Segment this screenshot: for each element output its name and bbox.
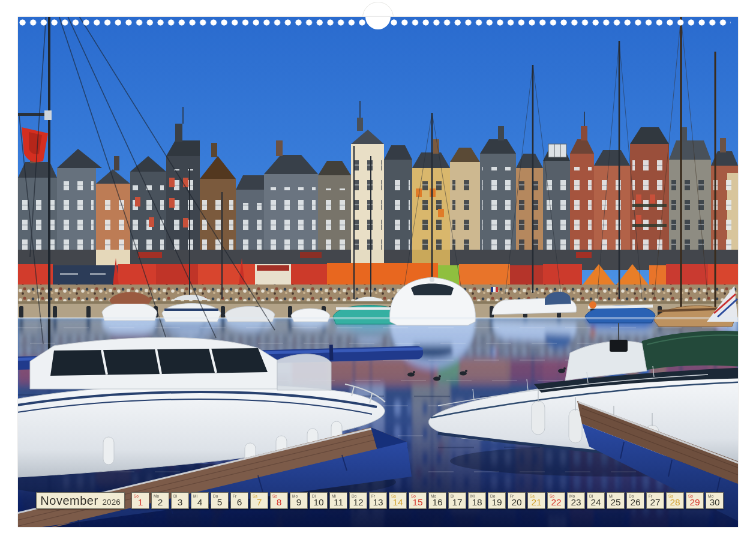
calendar-day-5: Do5 — [211, 492, 229, 509]
calendar-day-21: Sa21 — [527, 492, 545, 509]
calendar-day-6: Fr6 — [230, 492, 248, 509]
calendar-day-10: Di10 — [310, 492, 328, 509]
hanger-hole-arc — [361, 2, 395, 17]
calendar-day-15: So15 — [409, 492, 427, 509]
calendar-day-9: Mo9 — [290, 492, 308, 509]
calendar-day-25: Mi25 — [607, 492, 625, 509]
calendar-day-30: Mo30 — [706, 492, 724, 509]
calendar-day-20: Fr20 — [508, 492, 526, 509]
calendar-day-18: Mi18 — [468, 492, 486, 509]
calendar-days: So1Mo2Di3Mi4Do5Fr6Sa7So8Mo9Di10Mi11Do12F… — [131, 492, 724, 509]
calendar-day-8: So8 — [270, 492, 288, 509]
binding-holes — [19, 19, 731, 26]
calendar-day-24: Di24 — [587, 492, 605, 509]
calendar-day-1: So1 — [131, 492, 149, 509]
calendar-day-13: Fr13 — [369, 492, 387, 509]
calendar-day-19: Do19 — [488, 492, 506, 509]
year-label: 2026 — [103, 498, 121, 507]
calendar-day-11: Mi11 — [329, 492, 347, 509]
calendar-day-22: So22 — [547, 492, 565, 509]
calendar-day-3: Di3 — [171, 492, 189, 509]
calendar-day-29: So29 — [686, 492, 704, 509]
calendar-day-26: Do26 — [626, 492, 644, 509]
calendar-day-23: Mo23 — [567, 492, 585, 509]
calendar-day-17: Di17 — [448, 492, 466, 509]
harbor-photo — [18, 17, 738, 527]
calendar-day-2: Mo2 — [151, 492, 169, 509]
calendar-day-27: Fr27 — [646, 492, 664, 509]
calendar-day-12: Do12 — [349, 492, 367, 509]
month-label: November — [40, 494, 98, 508]
calendar-day-4: Mi4 — [191, 492, 209, 509]
calendar-day-28: Sa28 — [666, 492, 684, 509]
harbor-scene — [18, 17, 738, 527]
calendar-page: November 2026 So1Mo2Di3Mi4Do5Fr6Sa7So8Mo… — [0, 0, 756, 545]
calendar-day-14: Sa14 — [389, 492, 407, 509]
calendar-day-16: Mo16 — [428, 492, 446, 509]
month-box: November 2026 — [36, 492, 125, 509]
calendar-day-7: Sa7 — [250, 492, 268, 509]
calendar-strip: November 2026 So1Mo2Di3Mi4Do5Fr6Sa7So8Mo… — [36, 492, 724, 509]
